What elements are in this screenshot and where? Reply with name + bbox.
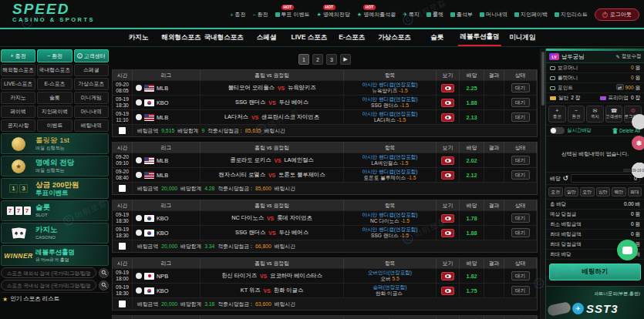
pagination: 1 2 3 ▶ (112, 54, 538, 65)
logo[interactable]: SPEED CASINO & SPORTS (12, 2, 95, 23)
banner-rolling-king[interactable]: 롤링왕 1st매일 진행되는 (1, 133, 109, 154)
flag-icon (144, 215, 154, 222)
sidebar-support-button[interactable]: i고객센터 (74, 49, 109, 62)
page-2[interactable]: 2 (312, 54, 323, 65)
chip-max[interactable]: 최대 (628, 187, 642, 196)
chip-10000[interactable]: 일만 (565, 187, 579, 196)
floating-widget-button[interactable] (632, 114, 644, 129)
search-icon[interactable] (99, 268, 109, 278)
hot-badge: HOT (363, 5, 376, 10)
nav-live-sports[interactable]: LIVE 스포츠 (288, 29, 330, 46)
panel-withdraw-button[interactable]: −환전 (568, 106, 585, 123)
view-button[interactable] (441, 156, 454, 165)
partner-banner[interactable]: 파트너문의(부본,총판) ✈ SST3 (546, 286, 644, 319)
top-menu-withdraw[interactable]: −환전 (253, 11, 268, 18)
panel-message-button[interactable]: ✉쪽지 (586, 106, 604, 123)
top-menu-message[interactable]: ✈쪽지 (403, 11, 420, 18)
page-next[interactable]: ▶ (340, 54, 351, 65)
panel-deposit-button[interactable]: +충전 (548, 106, 566, 123)
sidebar-item-slot[interactable]: 슬롯 (37, 92, 72, 104)
view-button[interactable] (441, 171, 454, 180)
sidebar-item-live-sports[interactable]: LIVE-스포츠 (1, 78, 35, 90)
scrollbar-thumb[interactable] (541, 52, 545, 106)
banner-casino[interactable]: ♠♠ 카지노CASONO (1, 223, 109, 243)
bet-amount-input[interactable] (571, 174, 640, 183)
nav-esports[interactable]: E-스포츠 (330, 29, 373, 46)
sidebar-item-notice[interactable]: 공지사항 (1, 119, 35, 132)
panel-support-button[interactable]: ☎고객센터 (605, 106, 623, 123)
attendance-icon (450, 12, 455, 17)
sidebar-deposit-button[interactable]: +충전 (1, 49, 35, 62)
sidebar-item-casino[interactable]: 카지노 (1, 92, 35, 104)
nav-virtual-sports[interactable]: 가상스포츠 (373, 29, 416, 46)
banner-hall-of-fame[interactable]: ★ 명예의 전당매일 진행되는 (1, 156, 109, 176)
sidebar-item-minigame[interactable]: 미니게임 (74, 92, 109, 104)
view-button[interactable] (441, 214, 454, 223)
place-bet-button[interactable]: 배팅하기 (549, 264, 641, 280)
search-icon[interactable] (99, 280, 109, 290)
view-button[interactable] (441, 272, 454, 280)
sidebar-item-overseas-sports[interactable]: 해외형스포츠 (1, 64, 35, 76)
top-menu-roulette[interactable]: 룰렛 (427, 11, 443, 18)
floating-badge[interactable]: ✽ (632, 136, 644, 150)
top-menu-vote-event[interactable]: HOT투표 이벤트 (275, 11, 310, 18)
view-button[interactable] (441, 84, 454, 92)
view-button[interactable] (441, 229, 454, 237)
edit-profile-button[interactable]: ✎정보수정 (616, 53, 641, 60)
baseball-icon (136, 287, 142, 294)
top-menu-money-history[interactable]: 머니내역 (480, 11, 507, 18)
sidebar-item-referral-payback[interactable]: 지인페이백 (37, 106, 72, 118)
refresh-icon[interactable]: ↺ (563, 175, 569, 182)
chip-1000000[interactable]: 백만 (612, 187, 626, 196)
view-button[interactable] (441, 113, 454, 122)
sidebar-item-domestic-sports[interactable]: 국내형스포츠 (37, 64, 72, 76)
search-domestic-input[interactable] (1, 280, 96, 290)
checkbox[interactable] (119, 127, 126, 134)
nav-revolution-holdem[interactable]: 레볼루션홀덤 (458, 29, 501, 46)
top-menu-hall-of-fame[interactable]: HOT★명예의전당 (317, 11, 350, 18)
chip-50000[interactable]: 오만 (580, 187, 595, 196)
top-menu-attendance[interactable]: 출석부 (450, 11, 473, 18)
page-1[interactable]: 1 (298, 54, 309, 65)
checkbox[interactable] (119, 185, 126, 192)
chat-widget-button[interactable] (617, 240, 638, 260)
nav-domestic-sports[interactable]: 국내형스포츠 (203, 29, 245, 46)
sidebar-withdraw-button[interactable]: −환전 (37, 49, 72, 62)
top-menu-referral-list[interactable]: 지인리스트 (555, 11, 588, 18)
top-menu-referral-payback[interactable]: 지인페이백 (514, 11, 548, 18)
chip-100000[interactable]: 십만 (596, 187, 611, 196)
chip-5000[interactable]: 오천 (548, 187, 563, 196)
sidebar-item-payback[interactable]: 페이백 (1, 106, 35, 118)
checkbox[interactable] (119, 243, 126, 250)
logout-button[interactable]: 로그아웃 (595, 8, 639, 21)
table-header: 시간리그홈팀 vs 원정팀항목보기배당결과상태 (113, 70, 537, 80)
main-scrollbar[interactable] (540, 49, 545, 319)
sidebar-item-event[interactable]: 이벤트 (37, 119, 72, 132)
page-3[interactable]: 3 (326, 54, 337, 65)
live-odds-toggle[interactable] (550, 127, 565, 134)
message-icon: ✈ (403, 12, 407, 18)
banner-vote-event[interactable]: 13 상금 200만원투표이벤트 (1, 178, 109, 199)
nav-casino[interactable]: 카지노 (117, 29, 160, 46)
nav-special[interactable]: 스페셜 (245, 29, 288, 46)
view-button[interactable] (441, 287, 454, 295)
checkbox[interactable] (119, 301, 126, 307)
sidebar-item-special[interactable]: 스페셜 (74, 64, 109, 76)
nav-minigame[interactable]: 미니게임 (501, 29, 544, 46)
top-menu-attendance-king[interactable]: HOT★명예의출석왕 (357, 11, 396, 18)
bet-slip-panel: LV 남두궁님 ✎정보수정 보유머니 0 원 룰렛머니 0 원 포인트 ⇄900… (545, 49, 644, 319)
sidebar-item-esports[interactable]: E-스포츠 (37, 78, 72, 90)
nav-slot[interactable]: 슬롯 (416, 29, 458, 46)
view-button[interactable] (441, 99, 454, 107)
sidebar-item-bet-history[interactable]: 배팅내역 (74, 119, 109, 132)
banner-slot[interactable]: 777 슬롯SLOT (1, 200, 109, 221)
top-menu-deposit[interactable]: +충전 (230, 11, 245, 18)
exchange-icon[interactable]: ⇄ (616, 84, 624, 90)
sidebar-item-money-history[interactable]: 머니내역 (74, 106, 109, 118)
power-icon (602, 12, 608, 18)
sidebar-item-virtual-sports[interactable]: 가상스포츠 (74, 78, 109, 90)
nav-overseas-sports[interactable]: 해외형스포츠 (160, 29, 202, 46)
banner-revolution-holdem[interactable]: WINNER 레볼루션홀덤유저vs유저 홀덤 (1, 245, 109, 266)
status-badge: 대기 (511, 170, 530, 180)
search-overseas-input[interactable] (1, 267, 96, 278)
